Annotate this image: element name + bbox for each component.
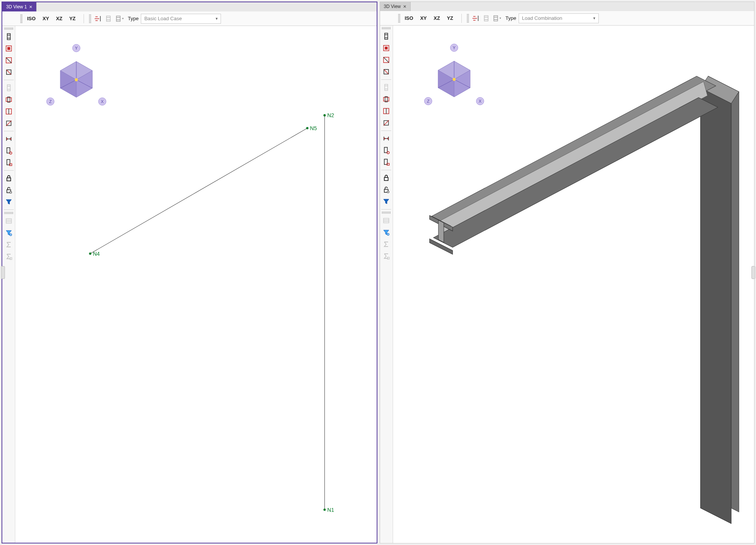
close-icon[interactable]: ✕ <box>403 4 406 9</box>
wireframe-model: N2 N5 N4 N1 <box>15 26 377 543</box>
close-icon[interactable]: ✕ <box>29 5 32 10</box>
svg-point-20 <box>10 234 12 236</box>
svg-rect-39 <box>494 16 498 21</box>
chevron-down-icon: ▼ <box>215 17 218 21</box>
toolbar-grip-icon[interactable] <box>89 15 91 23</box>
expand-handle-right[interactable] <box>751 266 755 279</box>
toolbar-grip-icon[interactable] <box>20 15 23 23</box>
select-cross-icon[interactable] <box>381 66 392 77</box>
beam-lock-icon[interactable] <box>3 157 14 168</box>
separator <box>4 170 14 171</box>
align-right-icon[interactable] <box>93 14 103 24</box>
svg-rect-54 <box>384 177 388 181</box>
measure-icon[interactable] <box>3 133 14 145</box>
top-toolbar-right: ISO XY XZ YZ ▾ Type Load Combination ▼ <box>380 11 754 26</box>
filter-icon[interactable] <box>3 196 14 208</box>
viewport-left[interactable]: Y Z X N2 N5 N4 N1 <box>15 26 377 543</box>
sum-options-icon[interactable] <box>381 250 392 262</box>
zoom-window-red-icon[interactable] <box>381 105 392 117</box>
select-window-icon[interactable] <box>381 54 392 66</box>
wireframe-icon[interactable] <box>381 31 392 42</box>
beam-settings-icon[interactable] <box>3 145 14 156</box>
filter-blue-icon[interactable] <box>3 227 14 239</box>
svg-point-56 <box>387 191 389 193</box>
select-window-icon[interactable] <box>3 55 14 66</box>
list-icon[interactable] <box>381 215 392 226</box>
select-cross-icon[interactable] <box>3 66 14 78</box>
view-iso-button[interactable]: ISO <box>402 14 416 23</box>
separator <box>4 210 14 210</box>
svg-rect-8 <box>6 98 11 102</box>
svg-line-32 <box>90 128 307 254</box>
node-label-n1: N1 <box>327 506 334 513</box>
beam-outline-icon[interactable] <box>481 13 491 23</box>
zoom-slash-icon[interactable] <box>3 118 14 129</box>
svg-rect-40 <box>385 33 388 39</box>
expand-handle-left[interactable] <box>1 266 5 279</box>
svg-point-35 <box>306 127 308 129</box>
tab-3d-view-1[interactable]: 3D View 1 ✕ <box>2 2 37 11</box>
lock-icon[interactable] <box>3 173 14 184</box>
beam-outline-icon[interactable] <box>103 14 113 24</box>
view-xz-button[interactable]: XZ <box>53 14 66 23</box>
filter-icon[interactable] <box>381 196 392 207</box>
type-label: Type <box>128 16 139 21</box>
svg-rect-1 <box>116 16 120 21</box>
tab-3d-view-1-label: 3D View 1 <box>6 4 27 10</box>
wireframe-icon[interactable] <box>3 31 14 42</box>
beam-render-icon[interactable]: ▾ <box>114 14 124 24</box>
fit-extents-icon[interactable] <box>381 42 392 54</box>
sum-options-icon[interactable] <box>3 251 14 262</box>
toolbar-grip-icon[interactable] <box>398 14 400 23</box>
svg-rect-42 <box>385 47 387 49</box>
display-mode-group: ▾ Type Load Combination ▼ <box>465 13 601 24</box>
svg-rect-57 <box>384 218 389 223</box>
svg-rect-4 <box>8 47 10 50</box>
lock-icon[interactable] <box>381 172 392 184</box>
view-yz-button[interactable]: YZ <box>66 14 79 23</box>
beam-lock-icon[interactable] <box>381 156 392 168</box>
view-xy-button[interactable]: XY <box>39 14 52 23</box>
type-combobox-right[interactable]: Load Combination ▼ <box>519 13 599 23</box>
toolbar-grip-icon[interactable] <box>5 212 13 214</box>
lock-view-icon[interactable] <box>381 184 392 195</box>
svg-rect-19 <box>6 219 11 223</box>
list-icon[interactable] <box>3 215 14 227</box>
fit-extents-icon[interactable] <box>3 43 14 54</box>
wireframe-dim-icon[interactable] <box>381 82 392 93</box>
filter-blue-icon[interactable] <box>381 227 392 238</box>
side-toolbar-left <box>2 26 15 543</box>
separator <box>4 80 14 80</box>
lock-view-icon[interactable] <box>3 184 14 196</box>
toolbar-grip-icon[interactable] <box>467 14 469 23</box>
view-xz-button[interactable]: XZ <box>430 14 443 23</box>
zoom-window-red-icon[interactable] <box>3 106 14 117</box>
wireframe-dim-icon[interactable] <box>3 82 14 94</box>
zoom-slash-icon[interactable] <box>381 117 392 129</box>
chevron-down-icon: ▼ <box>593 16 596 20</box>
view-iso-button[interactable]: ISO <box>24 14 39 23</box>
tab-3d-view-2[interactable]: 3D View ✕ <box>380 2 411 11</box>
toolbar-grip-icon[interactable] <box>5 27 13 30</box>
toolbar-grip-icon[interactable] <box>382 27 390 29</box>
beam-render-icon[interactable]: ▾ <box>492 13 502 23</box>
view-xy-button[interactable]: XY <box>417 14 430 23</box>
measure-icon[interactable] <box>381 133 392 144</box>
svg-rect-12 <box>7 148 10 153</box>
svg-rect-0 <box>106 16 110 21</box>
zoom-extents-red-icon[interactable] <box>381 94 392 105</box>
viewport-right[interactable]: Y Z X <box>393 26 754 543</box>
type-combobox-left[interactable]: Basic Load Case ▼ <box>141 14 221 24</box>
sum-icon[interactable] <box>3 239 14 250</box>
zoom-extents-red-icon[interactable] <box>3 94 14 105</box>
view-yz-button[interactable]: YZ <box>444 14 456 23</box>
toolbar-grip-icon[interactable] <box>382 211 390 214</box>
separator <box>381 209 391 210</box>
sum-icon[interactable] <box>381 239 392 250</box>
type-value-left: Basic Load Case <box>144 16 182 21</box>
svg-point-34 <box>324 114 326 116</box>
beam-settings-icon[interactable] <box>381 145 392 156</box>
svg-rect-38 <box>484 16 488 21</box>
align-right-icon[interactable] <box>471 13 480 23</box>
separator <box>381 170 391 170</box>
